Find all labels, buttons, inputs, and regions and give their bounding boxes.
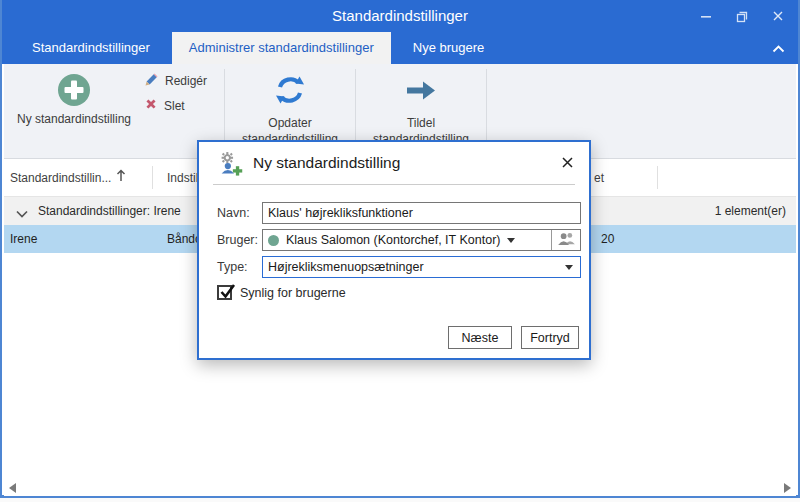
chevron-down-icon[interactable]	[16, 207, 28, 221]
minimize-icon	[700, 10, 712, 22]
type-value: Højrekliksmenuopsætninger	[268, 260, 424, 274]
pencil-icon	[144, 72, 159, 90]
scroll-right-icon[interactable]	[784, 483, 791, 493]
type-label: Type:	[217, 260, 248, 274]
cell-oprettet: 20	[601, 232, 614, 246]
collapse-ribbon-button[interactable]	[768, 32, 788, 64]
sort-ascending-icon	[116, 169, 126, 185]
new-setting-dialog-icon	[219, 151, 244, 180]
minimize-button[interactable]	[688, 0, 724, 32]
arrow-right-icon	[404, 73, 438, 111]
chevron-up-icon	[772, 39, 785, 57]
visible-checkbox[interactable]	[217, 285, 232, 300]
people-icon	[557, 232, 576, 249]
column-header-indstillinger[interactable]: Indstil	[167, 171, 198, 185]
dropdown-caret-icon	[507, 238, 515, 243]
tab-standardindstillinger[interactable]: Standardindstillinger	[15, 32, 167, 64]
name-label: Navn:	[217, 206, 250, 220]
cancel-button[interactable]: Fortryd	[521, 326, 579, 349]
user-status-dot	[268, 235, 279, 246]
user-value: Klaus Salomon (Kontorchef, IT Kontor)	[286, 233, 500, 247]
add-circle-icon	[57, 73, 91, 107]
dropdown-caret-icon	[565, 265, 573, 270]
close-button[interactable]	[760, 0, 796, 32]
column-header-oprettet[interactable]: et	[594, 171, 604, 185]
tab-administrer-standardindstillinger[interactable]: Administrer standardindstillinger	[172, 32, 391, 64]
column-divider[interactable]	[657, 166, 658, 189]
refresh-icon	[273, 73, 307, 111]
tab-nye-brugere[interactable]: Nye brugere	[396, 32, 502, 64]
maximize-button[interactable]	[724, 0, 760, 32]
group-count: 1 element(er)	[715, 204, 786, 218]
cell-name: Irene	[10, 232, 37, 246]
new-setting-label: Ny standardindstilling	[17, 112, 131, 128]
restore-icon	[735, 9, 749, 23]
name-input[interactable]	[262, 202, 581, 224]
dialog-close-button[interactable]	[558, 155, 576, 173]
edit-label: Redigér	[165, 74, 207, 88]
dialog-divider	[213, 184, 575, 185]
next-button[interactable]: Næste	[448, 326, 512, 349]
visible-checkbox-label: Synlig for brugerne	[240, 286, 346, 300]
scroll-left-icon[interactable]	[9, 483, 16, 493]
titlebar: Standardindstillinger	[2, 0, 798, 32]
new-setting-button[interactable]: Ny standardindstilling	[4, 64, 144, 158]
dialog-title: Ny standardindstilling	[253, 154, 400, 172]
column-divider[interactable]	[152, 166, 153, 189]
user-label: Bruger:	[217, 233, 258, 247]
horizontal-scrollbar[interactable]	[4, 480, 796, 495]
new-setting-dialog: Ny standardindstilling Navn: Bruger: Kla…	[197, 140, 591, 360]
column-header-standardindstilling[interactable]: Standardindstillin...	[10, 171, 111, 185]
window-title: Standardindstillinger	[2, 0, 798, 32]
ribbon-tabbar: Standardindstillinger Administrer standa…	[2, 32, 798, 64]
delete-x-icon	[144, 97, 158, 114]
screen: Standardindstillinger	[0, 0, 800, 502]
window-controls	[688, 0, 796, 32]
type-dropdown[interactable]: Højrekliksmenuopsætninger	[262, 256, 581, 278]
delete-button[interactable]: Slet	[144, 97, 220, 114]
close-icon	[772, 10, 784, 22]
visibility-row: Synlig for brugerne	[217, 285, 346, 300]
user-dropdown[interactable]: Klaus Salomon (Kontorchef, IT Kontor)	[262, 229, 581, 251]
close-icon	[561, 155, 574, 173]
group-label: Standardindstillinger: Irene	[38, 204, 181, 218]
delete-label: Slet	[164, 99, 185, 113]
edit-button[interactable]: Redigér	[144, 72, 220, 90]
pick-user-button[interactable]	[551, 230, 580, 250]
